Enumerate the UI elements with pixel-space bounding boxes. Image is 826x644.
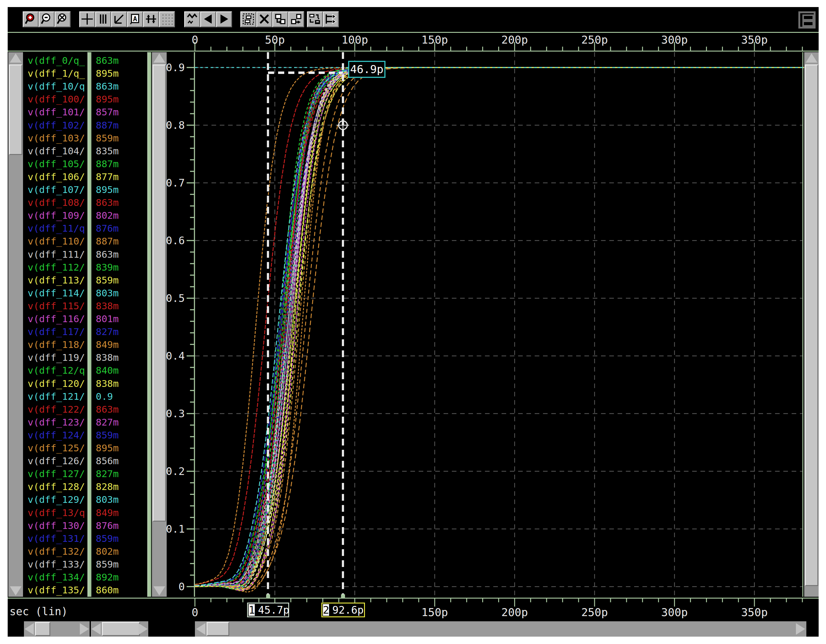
boxes-down-icon: [274, 13, 286, 26]
signal-value: 838m: [92, 377, 119, 390]
scroll-right-icon[interactable]: [796, 623, 805, 635]
copy-signal-down-button[interactable]: [272, 11, 288, 27]
cursor-2-readout[interactable]: 2 92.6p: [321, 602, 365, 617]
scroll-down-icon[interactable]: [154, 586, 165, 596]
signal-name[interactable]: v(dff_103/: [24, 132, 85, 144]
signal-name[interactable]: v(dff_126/: [24, 454, 85, 467]
expand-panel-button[interactable]: [323, 11, 339, 27]
wave-icon: [186, 13, 198, 26]
vertical-bars-measure-button[interactable]: [95, 11, 111, 27]
signal-name[interactable]: v(dff_113/: [24, 274, 85, 286]
scroll-down-icon[interactable]: [10, 586, 22, 596]
signal-name[interactable]: v(dff_128/: [24, 480, 85, 493]
signal-name-list[interactable]: v(dff_0/q_v(dff_1/q_v(dff_10/qv(dff_100/…: [24, 52, 87, 597]
signal-name[interactable]: v(dff_112/: [24, 261, 85, 274]
signal-name[interactable]: v(dff_110/: [24, 235, 85, 248]
scrollbar-thumb[interactable]: [35, 622, 50, 636]
delete-button[interactable]: [256, 11, 272, 27]
signal-name[interactable]: v(dff_115/: [24, 299, 85, 312]
plot-scrollbar-right[interactable]: [804, 52, 819, 597]
slope-measure-button[interactable]: [111, 11, 127, 27]
scrollbar-thumb[interactable]: [9, 64, 22, 155]
signal-name[interactable]: v(dff_10/q: [24, 80, 85, 93]
signal-name[interactable]: v(dff_118/: [24, 338, 85, 351]
scroll-left-icon[interactable]: [92, 623, 101, 635]
label-annotate-button[interactable]: A: [127, 11, 143, 27]
signal-name[interactable]: v(dff_105/: [24, 157, 85, 170]
name-column-scrollbar[interactable]: [24, 621, 90, 637]
scroll-up-icon[interactable]: [154, 53, 165, 63]
signal-name[interactable]: v(dff_127/: [24, 467, 85, 480]
scroll-up-icon[interactable]: [806, 53, 817, 63]
zoom-off-button[interactable]: [54, 11, 71, 27]
signal-name[interactable]: v(dff_104/: [24, 144, 85, 157]
signal-name[interactable]: v(dff_129/: [24, 493, 85, 506]
signal-name[interactable]: v(dff_135/: [24, 584, 85, 596]
signal-name[interactable]: v(dff_109/: [24, 209, 85, 222]
signal-name[interactable]: v(dff_1/q_: [24, 67, 85, 80]
signal-name[interactable]: v(dff_125/: [24, 441, 85, 454]
tile-windows-icon[interactable]: [798, 11, 815, 28]
signal-name[interactable]: v(dff_130/: [24, 519, 85, 532]
signal-name[interactable]: v(dff_116/: [24, 312, 85, 325]
column-separator[interactable]: [87, 52, 92, 597]
signal-name[interactable]: v(dff_134/: [24, 571, 85, 584]
crosshair-measure-button[interactable]: [79, 11, 95, 27]
signal-name[interactable]: v(dff_133/: [24, 558, 85, 571]
scrollbar-thumb[interactable]: [805, 64, 818, 586]
signal-name[interactable]: v(dff_100/: [24, 93, 85, 105]
scroll-up-icon[interactable]: [10, 53, 22, 63]
signal-value: 895m: [92, 441, 119, 454]
signal-name[interactable]: v(dff_0/q_: [24, 54, 85, 67]
grid-toggle-button[interactable]: [159, 11, 175, 27]
reorder-panels-button[interactable]: [307, 11, 323, 27]
scrollbar-thumb[interactable]: [102, 622, 140, 636]
signal-name[interactable]: v(dff_124/: [24, 429, 85, 441]
pulse-measure-button[interactable]: [143, 11, 159, 27]
waveform-plot[interactable]: 0.90.80.70.60.50.40.30.20.1046.9p: [166, 52, 804, 597]
value-column-scrollbar[interactable]: [91, 621, 148, 637]
signal-name[interactable]: v(dff_101/: [24, 105, 85, 118]
next-edge-button[interactable]: [216, 11, 232, 27]
scrollbar-thumb[interactable]: [152, 64, 166, 522]
signal-name[interactable]: v(dff_102/: [24, 119, 85, 132]
signal-list-scrollbar[interactable]: [152, 52, 167, 597]
signal-name[interactable]: v(dff_12/q: [24, 364, 85, 377]
signal-name[interactable]: v(dff_117/: [24, 325, 85, 338]
scroll-right-icon[interactable]: [80, 623, 89, 635]
scroll-left-icon[interactable]: [25, 623, 34, 635]
signal-name[interactable]: v(dff_122/: [24, 403, 85, 416]
signal-value-list[interactable]: 863m895m863m895m857m887m859m835m887m877m…: [92, 52, 148, 597]
signal-name[interactable]: v(dff_108/: [24, 196, 85, 209]
waveform-tool-button[interactable]: [184, 11, 200, 27]
signal-name[interactable]: v(dff_111/: [24, 248, 85, 261]
scroll-right-icon[interactable]: [138, 623, 148, 635]
scrollbar-thumb[interactable]: [206, 622, 229, 636]
copy-signal-up-button[interactable]: [288, 11, 304, 27]
signal-name[interactable]: v(dff_11/q: [24, 222, 85, 235]
signal-name[interactable]: v(dff_119/: [24, 351, 85, 364]
signal-name[interactable]: v(dff_13/q: [24, 506, 85, 519]
toolbar-group: A: [79, 11, 175, 27]
column-separator[interactable]: [148, 52, 151, 597]
plot-horizontal-scrollbar[interactable]: [195, 621, 806, 637]
cursor-1-handle[interactable]: [266, 594, 270, 598]
signal-name[interactable]: v(dff_107/: [24, 183, 85, 196]
signal-name[interactable]: v(dff_106/: [24, 170, 85, 183]
signal-name[interactable]: v(dff_123/: [24, 416, 85, 429]
signal-name[interactable]: v(dff_131/: [24, 532, 85, 545]
slope-icon: [113, 13, 125, 26]
signal-name[interactable]: v(dff_120/: [24, 377, 85, 390]
scroll-left-icon[interactable]: [196, 623, 205, 635]
select-region-button[interactable]: [240, 11, 256, 27]
signal-name[interactable]: v(dff_132/: [24, 545, 85, 558]
prev-edge-button[interactable]: [200, 11, 216, 27]
signal-name[interactable]: v(dff_121/: [24, 390, 85, 403]
cursor-2-handle[interactable]: [341, 594, 345, 598]
signal-name[interactable]: v(dff_114/: [24, 286, 85, 299]
signal-list-scrollbar-left[interactable]: [8, 52, 23, 597]
zoom-in-button[interactable]: [23, 11, 39, 27]
cursor-1-readout[interactable]: 1 45.7p: [247, 602, 289, 617]
time-tick-label: 350p: [741, 33, 768, 46]
zoom-out-button[interactable]: [39, 11, 54, 27]
